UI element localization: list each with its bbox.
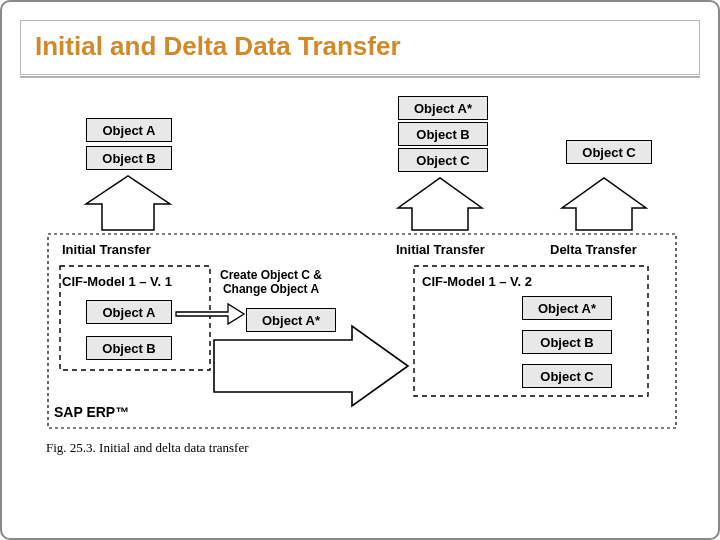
top-right-obj-c: Object C (566, 140, 652, 164)
label-initial-transfer-left: Initial Transfer (62, 242, 151, 257)
model-left-obj-b: Object B (86, 336, 172, 360)
top-mid-obj-b: Object B (398, 122, 488, 146)
repeat-model-text: Repeat ModelGeneration (246, 350, 324, 378)
top-left-obj-a: Object A (86, 118, 172, 142)
label-delta-transfer: Delta Transfer (550, 242, 637, 257)
label-model-left: CIF-Model 1 – V. 1 (62, 274, 172, 289)
label-repeat-model: Repeat ModelGeneration (246, 350, 324, 379)
figure-caption: Fig. 25.3. Initial and delta data transf… (46, 440, 249, 456)
top-mid-obj-c: Object C (398, 148, 488, 172)
arrow-initial-left (86, 176, 170, 230)
model-right-obj-c: Object C (522, 364, 612, 388)
slide-frame: Initial and Delta Data Transfer Object A… (0, 0, 720, 540)
label-create-change: Create Object C &Change Object A (220, 268, 322, 297)
model-right-obj-a-star: Object A* (522, 296, 612, 320)
label-initial-transfer-right: Initial Transfer (396, 242, 485, 257)
slide-title: Initial and Delta Data Transfer (20, 20, 700, 75)
top-left-obj-b: Object B (86, 146, 172, 170)
label-sap-erp: SAP ERP™ (54, 404, 129, 420)
diagram: Object A Object B Object A* Object B Obj… (42, 90, 682, 490)
model-right-obj-b: Object B (522, 330, 612, 354)
create-change-line1: Create Object C &Change Object A (220, 268, 322, 296)
top-mid-obj-a-star: Object A* (398, 96, 488, 120)
middle-obj-a-star: Object A* (246, 308, 336, 332)
arrow-change-a (176, 304, 244, 324)
arrow-initial-right (398, 178, 482, 230)
model-left-obj-a: Object A (86, 300, 172, 324)
arrow-delta (562, 178, 646, 230)
label-model-right: CIF-Model 1 – V. 2 (422, 274, 532, 289)
title-underline (20, 76, 700, 78)
